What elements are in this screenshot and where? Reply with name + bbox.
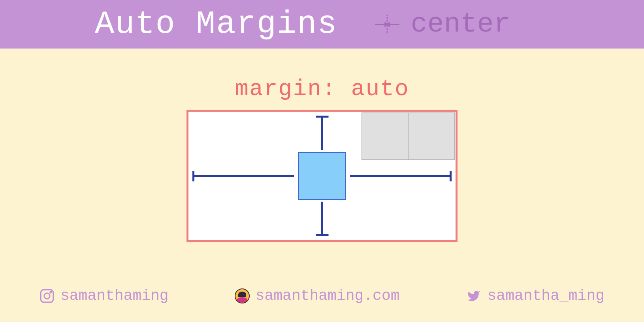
margin-right-indicator	[350, 175, 451, 177]
twitter-icon	[466, 289, 482, 303]
margin-left-indicator	[193, 175, 294, 177]
margin-bottom-indicator	[321, 202, 323, 235]
corner-box	[408, 112, 455, 160]
instagram-icon	[40, 288, 55, 303]
avatar-icon	[235, 288, 250, 303]
diagram-container	[186, 110, 458, 242]
centered-element	[298, 152, 346, 200]
twitter-handle: samantha_ming	[466, 287, 604, 304]
corner-box	[362, 112, 408, 160]
code-label: margin: auto	[235, 76, 409, 102]
header: Auto Margins center	[0, 0, 644, 49]
page-title: Auto Margins	[95, 6, 338, 43]
website-handle: samanthaming.com	[235, 287, 400, 304]
twitter-text: samantha_ming	[488, 287, 604, 304]
center-align-icon	[373, 15, 401, 34]
margin-top-indicator	[321, 116, 323, 150]
instagram-text: samanthaming	[60, 287, 169, 304]
footer: samanthaming samanthaming.com samantha_m…	[0, 287, 644, 304]
header-subtitle: center	[411, 9, 510, 40]
svg-point-6	[44, 293, 50, 298]
website-text: samanthaming.com	[256, 287, 400, 304]
corner-boxes	[362, 112, 455, 160]
svg-point-7	[50, 291, 51, 292]
instagram-handle: samanthaming	[40, 287, 169, 304]
content-area: margin: auto	[0, 49, 644, 242]
